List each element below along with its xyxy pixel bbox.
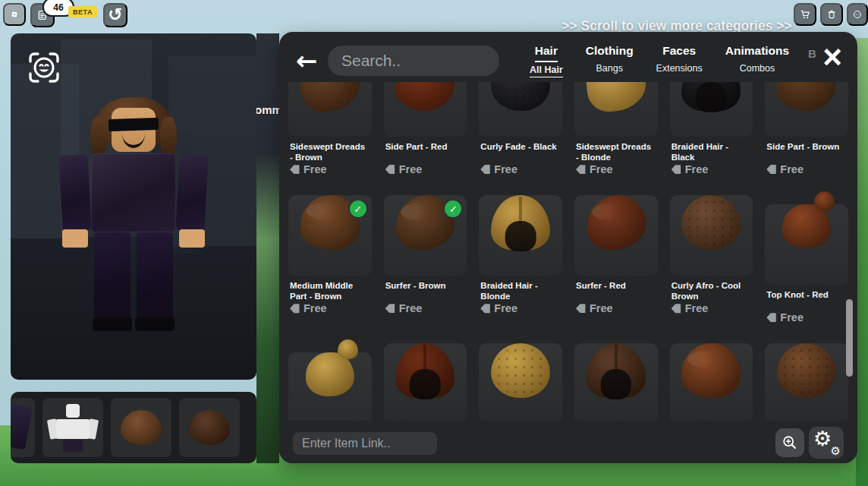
undo-button[interactable]: ↺: [103, 3, 127, 27]
hair-preview-icon: [121, 410, 162, 445]
search-input[interactable]: [328, 46, 499, 76]
catalog-item[interactable]: Medium Middle Part - Red Free: [670, 333, 753, 421]
tab-sublabel: Bangs: [596, 63, 622, 75]
catalog-item[interactable]: Side Part - Brown Free: [765, 82, 848, 175]
catalog-item[interactable]: Surfer - Red Free: [574, 185, 658, 323]
price-label: Free: [494, 163, 517, 175]
item-thumbnail: [384, 343, 467, 421]
item-price: Free: [480, 302, 561, 314]
hair-preview-icon: [491, 82, 550, 111]
catalog-bottom-bar: ⚙ ⚙: [279, 422, 857, 463]
catalog-item[interactable]: Side Part - Red Free: [384, 82, 467, 175]
character-torso: [91, 153, 176, 232]
hair-preview-icon: [681, 343, 741, 398]
tab-clothing[interactable]: Clothing Bangs: [586, 44, 634, 77]
face-scan-button[interactable]: [21, 49, 58, 85]
catalog-item[interactable]: Curly Fade - Black Free: [479, 82, 562, 175]
character-hand: [62, 229, 88, 248]
tab-label: Faces: [662, 44, 696, 61]
catalog-item[interactable]: ✓ Medium Middle Part - Brown Free: [288, 185, 372, 323]
hair-preview-icon: [782, 204, 831, 248]
catalog-grid-viewport[interactable]: Sideswept Dreads - Brown Free Side Part …: [287, 82, 850, 421]
price-tag-icon: [766, 313, 776, 323]
tab-faces[interactable]: Faces Extensions: [656, 44, 703, 77]
item-name: Side Part - Red: [385, 142, 466, 163]
catalog-item[interactable]: Curly Fade - Brown Free: [765, 333, 848, 421]
back-button[interactable]: ←: [290, 46, 323, 76]
price-tag-icon: [576, 304, 586, 314]
tab-label: Hair: [535, 44, 558, 62]
item-price: Free: [576, 163, 656, 175]
catalog-item[interactable]: Braided Hair - Blonde Free: [479, 185, 562, 323]
hair-preview-icon: [491, 195, 550, 250]
avatar-preview-panel: [11, 33, 256, 380]
item-price: Free: [290, 302, 370, 314]
catalog-item[interactable]: Braided Hair - Red Free: [384, 333, 467, 421]
thumbnail-avatar-figure[interactable]: [42, 398, 103, 457]
category-tabs: Hair All Hair Clothing Bangs Faces Exten…: [530, 44, 789, 77]
item-name: Braided Hair - Blonde: [480, 281, 561, 301]
tab-partial-next[interactable]: B: [808, 47, 816, 60]
hair-preview-icon: [587, 343, 646, 398]
trees-backdrop: [856, 38, 868, 486]
catalog-item[interactable]: Braided Hair - Cool Brown Free: [574, 333, 658, 421]
price-label: Free: [590, 302, 613, 314]
character-leg: [94, 232, 131, 322]
price-tag-icon: [480, 165, 490, 175]
item-thumbnail: [765, 343, 848, 421]
more-options-button[interactable]: [847, 3, 868, 26]
owned-check-icon: ✓: [348, 199, 368, 219]
item-name: Curly Afro - Cool Brown: [671, 281, 752, 301]
catalog-item[interactable]: Top Knot - Red Free: [765, 185, 848, 323]
character-hand: [179, 229, 205, 248]
roblox-menu-button[interactable]: [3, 3, 26, 26]
character-arm: [175, 154, 208, 232]
cart-button[interactable]: [794, 3, 816, 26]
catalog-item[interactable]: Sideswept Dreads - Brown Free: [288, 82, 372, 175]
thumbnail-item-partial[interactable]: [11, 398, 35, 457]
beta-badge: BETA: [68, 6, 97, 17]
hair-preview-icon: [585, 194, 647, 251]
settings-button[interactable]: ⚙ ⚙: [809, 427, 844, 459]
item-price: Free: [766, 163, 847, 175]
zoom-in-button[interactable]: [775, 428, 804, 457]
back-arrow-icon: ←: [296, 46, 318, 76]
item-thumbnail: [765, 82, 848, 137]
character-arm: [58, 154, 91, 232]
item-name: Sideswept Dreads - Brown: [290, 142, 370, 163]
item-thumbnail: [479, 195, 562, 276]
thumbnail-hair-dark-brown[interactable]: [179, 398, 240, 457]
price-tag-icon: [766, 165, 776, 175]
hair-preview-icon: [395, 343, 454, 398]
item-name: Side Part - Brown: [766, 142, 847, 163]
item-price: Free: [385, 163, 466, 175]
close-button[interactable]: ×: [816, 41, 848, 73]
scrollbar-thumb[interactable]: [846, 299, 853, 377]
figure-torso: [56, 419, 90, 439]
item-price: Free: [385, 302, 466, 314]
item-link-input[interactable]: [293, 432, 437, 455]
price-tag-icon: [576, 165, 586, 175]
delete-button[interactable]: [820, 3, 843, 26]
item-thumbnail: [479, 82, 562, 137]
catalog-item[interactable]: Braided Hair - Black Free: [670, 82, 753, 175]
tab-label: Clothing: [586, 44, 634, 61]
catalog-item[interactable]: Top Knot - Blonde Free: [288, 333, 372, 421]
avatar-character: [54, 97, 213, 371]
catalog-item[interactable]: Curly Afro - Blonde Free: [479, 333, 562, 421]
hair-preview-icon: [491, 343, 550, 398]
tab-sublabel: All Hair: [530, 65, 563, 77]
roblox-logo-icon: [9, 7, 20, 22]
catalog-item[interactable]: Sideswept Dreads - Blonde Free: [574, 82, 658, 175]
item-thumbnail: [765, 204, 848, 285]
catalog-item[interactable]: Curly Afro - Cool Brown Free: [670, 185, 753, 323]
catalog-item[interactable]: ✓ Surfer - Brown Free: [384, 185, 467, 323]
item-name: Medium Middle Part - Brown: [290, 281, 370, 301]
tab-hair[interactable]: Hair All Hair: [530, 44, 563, 77]
price-label: Free: [303, 302, 327, 314]
item-price: Free: [766, 311, 847, 323]
thumbnail-hair-brown[interactable]: [111, 398, 171, 457]
tab-animations[interactable]: Animations Combos: [725, 44, 789, 77]
item-name: Top Knot - Red: [766, 290, 847, 311]
character-shoe: [93, 317, 132, 331]
